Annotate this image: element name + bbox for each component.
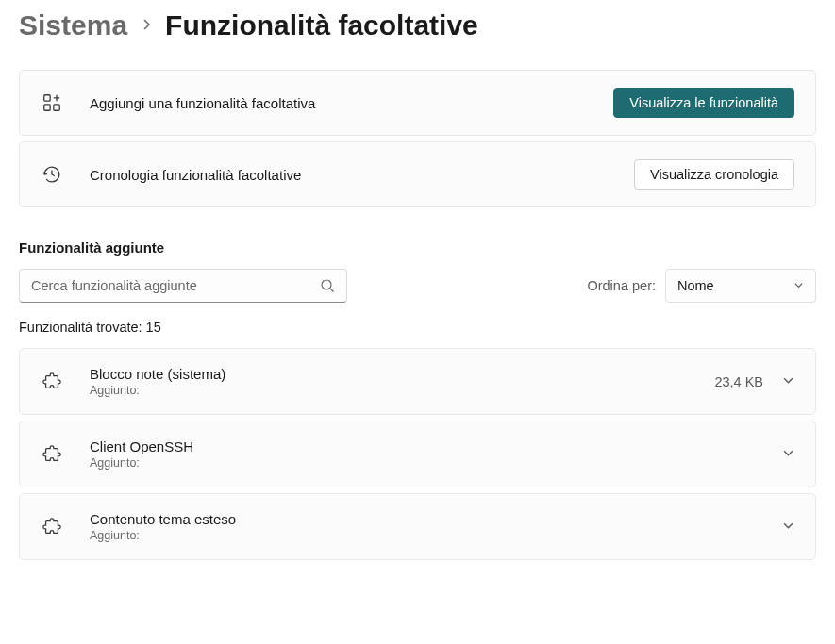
feature-item[interactable]: Contenuto tema estesoAggiunto: <box>19 493 816 560</box>
feature-body: Client OpenSSHAggiunto: <box>90 438 782 470</box>
sort-label: Ordina per: <box>587 278 656 293</box>
chevron-down-icon <box>782 373 794 390</box>
feature-body: Blocco note (sistema)Aggiunto: <box>90 366 714 397</box>
feature-name: Client OpenSSH <box>90 438 782 454</box>
results-count: Funzionalità trovate: 15 <box>19 320 816 335</box>
feature-body: Contenuto tema estesoAggiunto: <box>90 511 782 542</box>
history-card: Cronologia funzionalità facoltative Visu… <box>19 141 816 207</box>
chevron-right-icon <box>141 17 152 34</box>
feature-name: Blocco note (sistema) <box>90 366 714 382</box>
search-box[interactable] <box>19 269 347 303</box>
history-label: Cronologia funzionalità facoltative <box>90 167 634 183</box>
breadcrumb-parent[interactable]: Sistema <box>19 9 127 41</box>
add-feature-card: Aggiungi una funzionalità facoltativa Vi… <box>19 70 816 136</box>
feature-sub: Aggiunto: <box>90 384 714 397</box>
sort-value: Nome <box>677 278 714 293</box>
installed-heading: Funzionalità aggiunte <box>19 239 816 256</box>
puzzle-icon <box>41 516 63 538</box>
filter-row: Ordina per: Nome <box>19 269 816 303</box>
sort-group: Ordina per: Nome <box>587 269 816 303</box>
svg-rect-1 <box>44 105 50 110</box>
chevron-down-icon <box>793 280 804 292</box>
svg-rect-0 <box>44 95 50 101</box>
add-app-icon <box>41 91 63 114</box>
puzzle-icon <box>41 443 63 466</box>
feature-name: Contenuto tema esteso <box>90 511 782 527</box>
add-feature-label: Aggiungi una funzionalità facoltativa <box>90 95 613 111</box>
search-input[interactable] <box>31 278 320 293</box>
search-icon <box>320 278 335 293</box>
feature-sub: Aggiunto: <box>90 529 782 542</box>
feature-item[interactable]: Blocco note (sistema)Aggiunto:23,4 KB <box>19 348 816 415</box>
page-title: Funzionalità facoltative <box>165 9 478 41</box>
sort-select[interactable]: Nome <box>665 269 816 303</box>
feature-size: 23,4 KB <box>714 374 763 389</box>
history-icon <box>41 163 63 186</box>
svg-point-3 <box>322 280 331 289</box>
breadcrumb: Sistema Funzionalità facoltative <box>19 9 816 41</box>
view-features-button[interactable]: Visualizza le funzionalità <box>613 88 794 118</box>
view-history-button[interactable]: Visualizza cronologia <box>634 159 794 190</box>
feature-sub: Aggiunto: <box>90 456 782 470</box>
chevron-down-icon <box>782 446 794 463</box>
features-list: Blocco note (sistema)Aggiunto:23,4 KBCli… <box>19 348 816 560</box>
svg-rect-2 <box>54 105 59 110</box>
chevron-down-icon <box>782 519 794 536</box>
puzzle-icon <box>41 371 63 393</box>
feature-item[interactable]: Client OpenSSHAggiunto: <box>19 421 816 487</box>
